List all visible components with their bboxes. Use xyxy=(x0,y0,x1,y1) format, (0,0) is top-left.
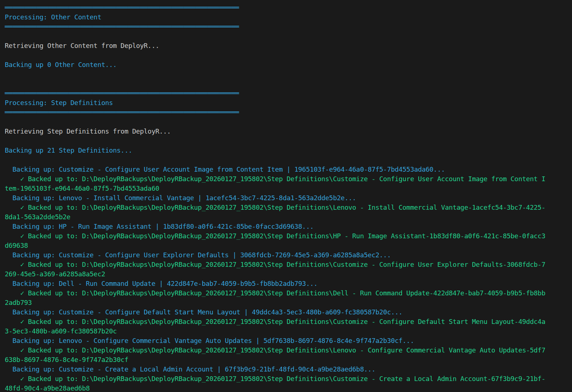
terminal-line xyxy=(5,51,572,60)
backed-up-result: tem-1965103f-e964-46a0-87f5-7bd4553ada60 xyxy=(5,184,572,193)
terminal-line xyxy=(5,117,572,127)
terminal-line xyxy=(5,79,572,89)
terminal-line xyxy=(5,70,572,79)
backed-up-result: 2adb793 xyxy=(5,298,572,307)
backing-up-count: Backing up 21 Step Definitions... xyxy=(5,146,572,155)
backed-up-result: ✓ Backed up to: D:\DeployRBackups\Deploy… xyxy=(5,317,572,326)
section-separator: ════════════════════════════════════════… xyxy=(5,108,572,117)
section-separator: ════════════════════════════════════════… xyxy=(5,3,572,12)
retrieving-status: Retrieving Step Definitions from DeployR… xyxy=(5,127,572,136)
backing-up-item: Backing up: Lenovo - Install Commercial … xyxy=(5,193,572,203)
backed-up-result: 638b-8697-4876-8c4e-9f747a2b30cf xyxy=(5,355,572,365)
backed-up-result: ✓ Backed up to: D:\DeployRBackups\Deploy… xyxy=(5,346,572,355)
terminal-line xyxy=(5,155,572,165)
backing-up-item: Backing up: HP - Run Image Assistant | 1… xyxy=(5,222,572,231)
section-title: Processing: Step Definitions xyxy=(5,98,572,108)
backing-up-item: Backing up: Customize - Configure Defaul… xyxy=(5,307,572,317)
section-separator: ════════════════════════════════════════… xyxy=(5,22,572,31)
backed-up-result: ✓ Backed up to: D:\DeployRBackups\Deploy… xyxy=(5,203,572,212)
section-title: Processing: Other Content xyxy=(5,12,572,22)
backed-up-result: d69638 xyxy=(5,241,572,250)
backed-up-result: ✓ Backed up to: D:\DeployRBackups\Deploy… xyxy=(5,174,572,184)
backed-up-result: ✓ Backed up to: D:\DeployRBackups\Deploy… xyxy=(5,260,572,269)
retrieving-status: Retrieving Other Content from DeployR... xyxy=(5,41,572,51)
backing-up-count: Backing up 0 Other Content... xyxy=(5,60,572,70)
backing-up-item: Backing up: Customize - Create a Local A… xyxy=(5,365,572,374)
backing-up-item: Backing up: Dell - Run Command Update | … xyxy=(5,279,572,288)
backing-up-item: Backing up: Lenovo - Configure Commercia… xyxy=(5,336,572,346)
backed-up-result: 3-5ec3-480b-a609-fc380587b20c xyxy=(5,326,572,336)
backed-up-result: ✓ Backed up to: D:\DeployRBackups\Deploy… xyxy=(5,231,572,241)
backed-up-result: ✓ Backed up to: D:\DeployRBackups\Deploy… xyxy=(5,288,572,298)
section-separator: ════════════════════════════════════════… xyxy=(5,89,572,98)
backed-up-result: ✓ Backed up to: D:\DeployRBackups\Deploy… xyxy=(5,374,572,384)
terminal-line xyxy=(5,31,572,41)
backing-up-item: Backing up: Customize - Configure User A… xyxy=(5,165,572,174)
terminal-output[interactable]: ════════════════════════════════════════… xyxy=(0,0,572,392)
backed-up-result: 269-45e5-a369-a6285a8a5ec2 xyxy=(5,269,572,279)
terminal-line xyxy=(5,136,572,146)
backing-up-item: Backing up: Customize - Configure User E… xyxy=(5,250,572,260)
backed-up-result: 8da1-563a2dde5b2e xyxy=(5,212,572,222)
backed-up-result: 48fd-90c4-a9be28aed6b8 xyxy=(5,384,572,392)
